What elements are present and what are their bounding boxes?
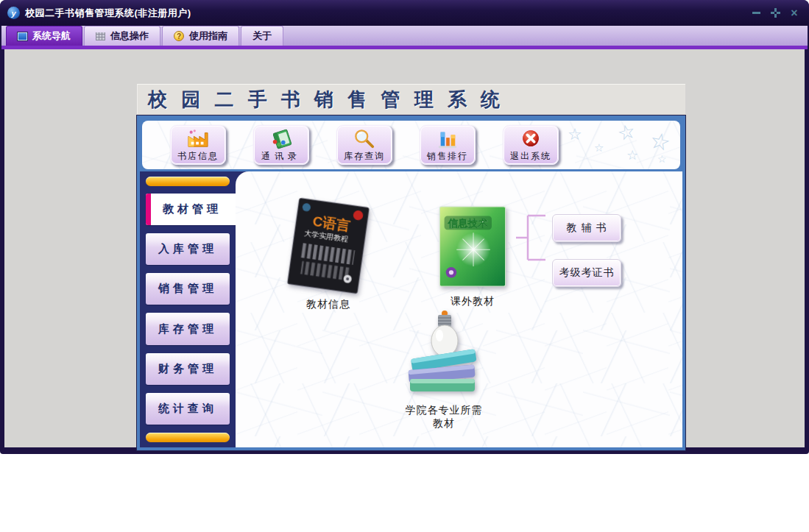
app-window: y 校园二手书销售管理系统(非注册用户) × 系统导航 信息操作 ? 使用指南 …	[0, 0, 809, 454]
tab-label: 信息操作	[110, 29, 149, 43]
inventory-query-button[interactable]: 库存查询	[336, 125, 392, 165]
toolbar: 书店信息	[142, 121, 680, 169]
sales-ranking-button[interactable]: 销售排行	[420, 125, 476, 165]
client-area: 校 园 二 手 书 销 售 管 理 系 统	[4, 49, 805, 447]
restore-button[interactable]	[769, 7, 781, 19]
textbook-info-item[interactable]: C语言 大学实用教程 教材信息	[286, 201, 371, 311]
sidebar-item-sales-management[interactable]: 销售管理	[146, 273, 230, 305]
star-decoration-icon: ☆	[615, 121, 637, 146]
tab-info-operations[interactable]: 信息操作	[84, 26, 160, 46]
tab-label: 系统导航	[32, 29, 71, 43]
extracurricular-label: 课外教材	[434, 295, 511, 308]
star-decoration-icon: ☆	[647, 127, 673, 157]
college-textbooks-item[interactable]: 学院各专业所需教材	[401, 308, 487, 430]
sidebar-item-textbook-management[interactable]: 教材管理	[146, 194, 236, 225]
title-bar: y 校园二手书销售管理系统(非注册用户) ×	[0, 0, 809, 26]
toolbar-button-label: 书店信息	[177, 150, 219, 163]
bracket-connector	[516, 213, 547, 262]
tab-about[interactable]: 关于	[241, 26, 283, 46]
sidebar-item-label: 统计查询	[158, 402, 217, 416]
sidebar-item-label: 入库管理	[158, 242, 217, 256]
active-marker-strip	[146, 194, 151, 225]
sidebar-top-bar	[146, 177, 230, 186]
tab-system-navigation[interactable]: 系统导航	[6, 26, 82, 46]
toolbar-button-label: 退出系统	[510, 150, 551, 163]
svg-text:信息技术: 信息技术	[448, 218, 488, 229]
address-book-icon	[269, 127, 294, 149]
c-language-book-cover: C语言 大学实用教程	[284, 196, 372, 295]
sidebar-item-inbound-management[interactable]: 入库管理	[146, 233, 230, 265]
toolbar-button-label: 销售排行	[427, 150, 468, 163]
bookstore-info-button[interactable]: 书店信息	[170, 125, 226, 165]
star-decoration-icon: ☆	[568, 125, 582, 144]
toolbar-button-label: 库存查询	[344, 150, 385, 163]
books-lightbulb-icon	[403, 308, 485, 397]
tab-user-guide[interactable]: ? 使用指南	[162, 26, 239, 46]
grid-icon	[96, 32, 105, 40]
banner: 校 园 二 手 书 销 售 管 理 系 统	[137, 84, 685, 114]
close-button[interactable]: ×	[788, 7, 800, 19]
app-logo-icon: y	[7, 7, 20, 19]
magnifier-icon	[352, 127, 377, 149]
sidebar-item-label: 财务管理	[158, 362, 217, 376]
factory-icon	[186, 127, 211, 149]
star-decoration-icon: ☆	[594, 141, 604, 155]
teaching-aid-books-button[interactable]: 教 辅 书	[552, 214, 621, 242]
banner-title: 校 园 二 手 书 销 售 管 理 系 统	[148, 87, 504, 113]
address-book-button[interactable]: 通讯录	[253, 125, 309, 165]
main-tab-bar: 系统导航 信息操作 ? 使用指南 关于	[1, 26, 808, 46]
content-area: C语言 大学实用教程 教材信息	[236, 171, 682, 447]
sidebar-item-finance-management[interactable]: 财务管理	[146, 353, 230, 385]
sidebar-item-label: 教材管理	[163, 202, 222, 216]
it-book-cover: 信息技术	[437, 205, 508, 288]
tab-label: 使用指南	[189, 29, 227, 43]
textbook-info-label: 教材信息	[286, 298, 371, 311]
sidebar-item-label: 销售管理	[158, 282, 217, 296]
window-title: 校园二手书销售管理系统(非注册用户)	[25, 7, 191, 20]
toolbar-button-label: 通讯录	[261, 150, 301, 163]
extracurricular-item[interactable]: 信息技术 课外教材	[434, 205, 511, 308]
college-textbooks-label: 学院各专业所需教材	[401, 404, 487, 430]
sidebar-bottom-bar	[146, 433, 230, 442]
sidebar-item-statistics-query[interactable]: 统计查询	[146, 393, 230, 425]
exit-system-button[interactable]: 退出系统	[503, 125, 559, 165]
help-coin-icon: ?	[174, 31, 184, 41]
exit-icon	[518, 127, 543, 149]
bar-chart-icon	[435, 127, 460, 149]
tab-label: 关于	[252, 29, 272, 43]
star-decoration-icon: ☆	[657, 153, 667, 165]
certification-books-button[interactable]: 考级考证书	[552, 259, 621, 287]
main-panel: 书店信息	[137, 116, 685, 450]
star-decoration-icon: ☆	[626, 147, 638, 163]
panel-body: 教材管理 入库管理 销售管理 库存管理 财务管理 统计查询	[140, 171, 682, 447]
minimize-button[interactable]	[750, 7, 762, 19]
monitor-square-icon	[18, 32, 27, 40]
sidebar-item-label: 库存管理	[158, 322, 217, 336]
sidebar: 教材管理 入库管理 销售管理 库存管理 财务管理 统计查询	[140, 171, 236, 447]
window-controls: ×	[750, 0, 800, 26]
sidebar-item-inventory-management[interactable]: 库存管理	[146, 313, 230, 344]
